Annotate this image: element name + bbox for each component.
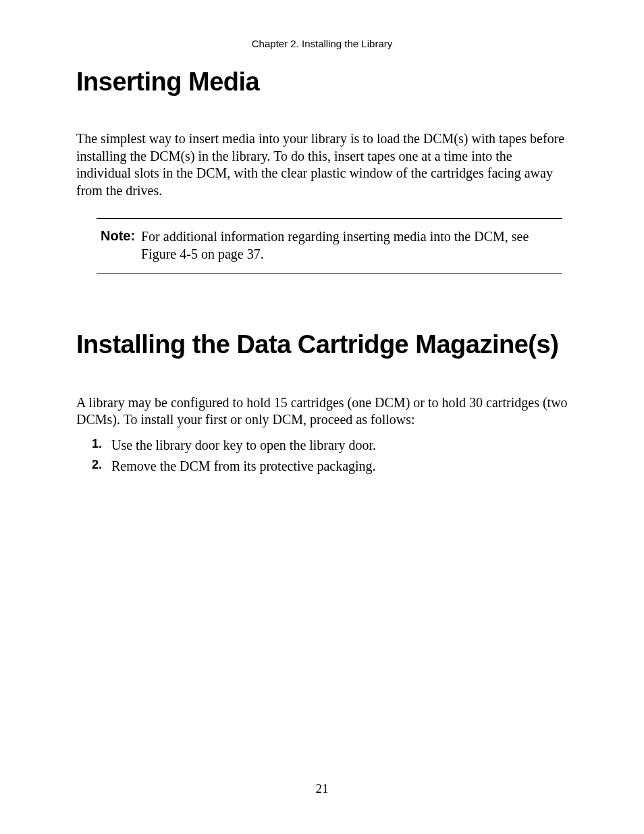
list-item-text: Remove the DCM from its protective packa…	[111, 458, 569, 475]
page-content: Inserting Media The simplest way to inse…	[76, 68, 569, 479]
note-text: For additional information regarding ins…	[141, 228, 562, 263]
page: Chapter 2. Installing the Library Insert…	[0, 0, 644, 834]
list-item: 2. Remove the DCM from its protective pa…	[76, 458, 569, 475]
list-item-text: Use the library door key to open the lib…	[111, 437, 569, 454]
ordered-list: 1. Use the library door key to open the …	[76, 437, 569, 475]
paragraph-installing-dcm: A library may be configured to hold 15 c…	[76, 394, 569, 429]
heading-installing-dcm: Installing the Data Cartridge Magazine(s…	[76, 330, 569, 359]
heading-inserting-media: Inserting Media	[76, 68, 569, 97]
page-number: 21	[0, 781, 644, 796]
list-item: 1. Use the library door key to open the …	[76, 437, 569, 454]
list-item-number: 2.	[76, 458, 111, 472]
note-block: Note: For additional information regardi…	[97, 218, 562, 273]
note-label: Note:	[97, 228, 141, 244]
running-head: Chapter 2. Installing the Library	[0, 38, 644, 49]
list-item-number: 1.	[76, 437, 111, 451]
paragraph-inserting-media: The simplest way to insert media into yo…	[76, 130, 569, 199]
